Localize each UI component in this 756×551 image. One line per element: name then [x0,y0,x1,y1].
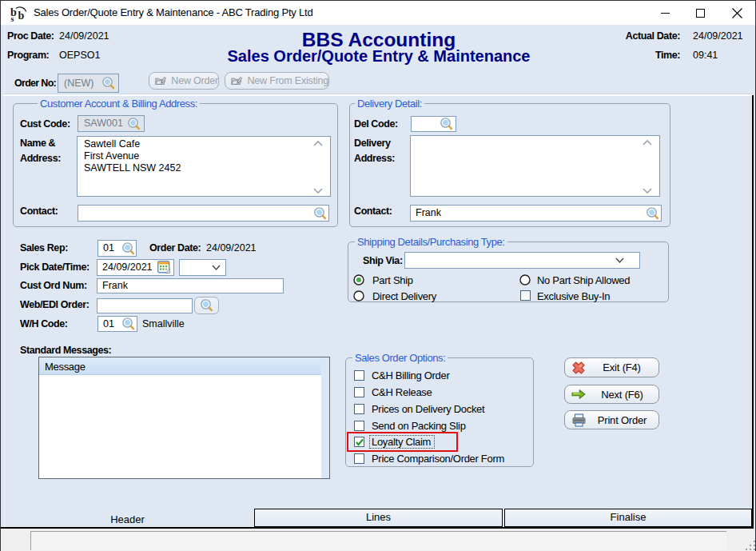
svg-text:s: s [11,14,14,22]
svg-text:b: b [18,10,25,22]
